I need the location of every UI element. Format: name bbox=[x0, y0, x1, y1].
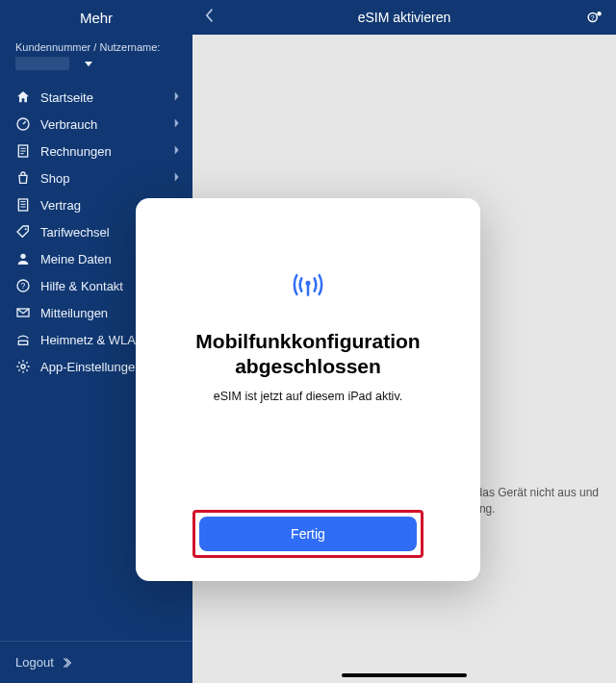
modal-title: Mobilfunkkonfiguration abgeschlossen bbox=[165, 329, 451, 380]
done-button[interactable]: Fertig bbox=[199, 517, 417, 551]
antenna-icon bbox=[289, 266, 327, 308]
svg-rect-14 bbox=[307, 285, 310, 296]
modal-overlay: Mobilfunkkonfiguration abgeschlossen eSI… bbox=[0, 0, 616, 683]
completion-modal: Mobilfunkkonfiguration abgeschlossen eSI… bbox=[136, 198, 480, 581]
done-button-highlight: Fertig bbox=[192, 510, 424, 558]
modal-subtitle: eSIM ist jetzt auf diesem iPad aktiv. bbox=[214, 390, 402, 403]
